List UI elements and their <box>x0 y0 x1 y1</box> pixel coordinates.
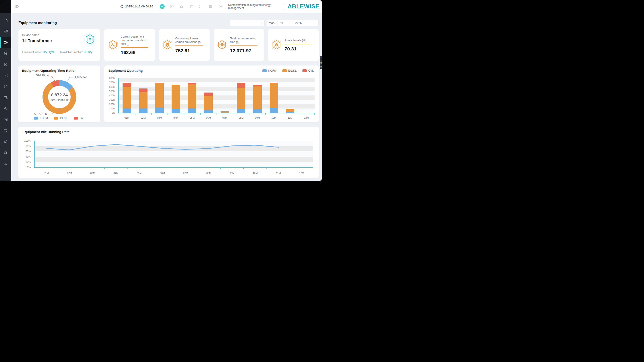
x-axis-label: 09M <box>249 116 266 119</box>
granularity-select[interactable]: Year <box>267 20 278 26</box>
bar-segment-idl-nl <box>253 86 262 109</box>
x-axis-label: 11M <box>282 116 298 119</box>
sidebar-item-home[interactable] <box>0 15 11 26</box>
axis-tick <box>58 168 58 169</box>
bar-02M <box>135 78 152 113</box>
sidebar-item-bar-growth[interactable] <box>0 136 11 147</box>
axis-tick <box>128 168 128 169</box>
edge-widget-stripe <box>320 62 322 63</box>
legend-label: OVL <box>308 69 314 72</box>
calendar-icon <box>280 21 283 25</box>
installation-location-label: Installation Location: <box>60 51 83 53</box>
legend-item-norm[interactable]: NORM <box>262 69 276 72</box>
axis-tick <box>35 168 35 169</box>
replay-icon[interactable] <box>215 4 225 9</box>
edge-widget-stripe <box>320 68 322 68</box>
axis-tick <box>81 168 82 169</box>
edge-toolbar-handle[interactable] <box>320 56 322 69</box>
line-point <box>232 145 232 146</box>
calendar-clock-icon <box>3 95 8 100</box>
axis-tick <box>135 113 135 115</box>
clock-icon <box>120 5 124 8</box>
clock-hex-icon <box>217 39 227 51</box>
sidebar-collapse-icon[interactable] <box>15 4 20 9</box>
legend-item-ovl[interactable]: OVL <box>302 69 314 72</box>
bar-growth-icon <box>3 139 8 144</box>
donut-center-label: Cum. Alarm Cnt. <box>50 98 69 102</box>
x-axis-label: 10M <box>244 172 267 174</box>
mail-icon[interactable] <box>167 4 176 9</box>
axis-tick <box>233 113 233 115</box>
edge-widget-stripe <box>320 57 322 57</box>
sidebar-item-image-wrench[interactable] <box>0 125 11 136</box>
bar-segment-norm <box>122 108 131 113</box>
sidebar-item-document-search[interactable] <box>0 114 11 125</box>
sidebar-item-alarm-siren[interactable] <box>0 158 11 169</box>
edge-widget-stripe <box>320 66 322 67</box>
stat-label: Current equipment carbon emissions (t) <box>176 37 206 44</box>
y-axis-label: 800h <box>109 77 115 79</box>
line-point <box>208 148 209 149</box>
y-axis-label: 100h <box>109 107 115 110</box>
device-select[interactable] <box>230 20 265 26</box>
donut-center-value: 6,872.24 <box>51 93 68 97</box>
legend-item-idl-nl[interactable]: IDL/NL <box>282 69 296 72</box>
edge-widget-stripe <box>320 61 322 61</box>
axis-tick <box>104 168 104 169</box>
fullscreen-icon[interactable] <box>196 4 206 9</box>
y-axis-label: 400h <box>109 94 115 97</box>
sidebar-item-hexagon-cluster[interactable] <box>0 147 11 158</box>
sidebar-item-cube[interactable] <box>0 59 11 70</box>
y-axis-label: 40% <box>26 155 30 158</box>
stat-card-standard-coal: Current equipment discounted standard co… <box>104 29 155 61</box>
accent-rule <box>284 44 312 44</box>
sidebar-item-pie-chart[interactable] <box>0 81 11 92</box>
bar-segment-ovl <box>237 83 245 88</box>
cube-icon <box>3 62 8 67</box>
bar-04M <box>168 78 184 113</box>
bar-03M <box>151 78 168 113</box>
bar-11M <box>282 78 298 113</box>
bar-segment-idl-nl <box>156 83 164 108</box>
sidebar-item-calendar-clock[interactable] <box>0 92 11 103</box>
y-axis-label: 0h <box>112 111 115 114</box>
sidebar-item-monitor-chart[interactable] <box>0 26 11 37</box>
bar-segment-idl-nl <box>122 87 131 108</box>
sidebar-item-video-camera[interactable] <box>0 37 11 48</box>
sidebar-item-hexagon-search[interactable] <box>0 48 11 59</box>
installation-location-value: B2 <box>84 50 87 54</box>
shirt-icon[interactable] <box>186 4 196 9</box>
sidebar-item-scan-target[interactable] <box>0 103 11 114</box>
callout-idl: 5,272.12h <box>34 113 47 116</box>
cube-hex-icon <box>271 39 282 51</box>
axis-tick <box>151 168 151 169</box>
idle-rate-line <box>35 141 313 167</box>
legend-swatch <box>302 69 307 72</box>
x-axis-label: 01M <box>119 116 135 119</box>
accent-rule <box>230 46 258 46</box>
legend-swatch <box>262 69 267 72</box>
x-axis-label: 01M <box>35 172 58 174</box>
stat-card-running-time: Total current running time (h) 12,371.97 <box>214 29 264 61</box>
stat-label: Total idle rate (%) <box>284 39 312 42</box>
stat-value: 162.68 <box>121 50 152 55</box>
equipment-model-value: Dry−Type <box>43 50 55 54</box>
axis-tick <box>119 113 119 115</box>
ab-badge-icon[interactable]: ab <box>206 4 215 9</box>
axis-tick <box>184 113 184 115</box>
bar-segment-norm <box>237 109 245 113</box>
svg-text:ab: ab <box>209 6 212 8</box>
bell-icon[interactable] <box>176 4 186 9</box>
system-time: 2025-11-12 09:50:36 <box>120 5 153 8</box>
brand-logo: ABLEWISE <box>285 3 322 10</box>
bar-plot-area <box>119 78 314 113</box>
axis-tick <box>197 168 198 169</box>
operating-time-ratio-card: Equipment Operating Time Ratio 6,872.24 … <box>18 66 100 122</box>
year-picker[interactable]: 2025 <box>278 20 318 26</box>
bar-07M <box>216 78 233 113</box>
ai-sparkle-icon[interactable] <box>157 4 167 9</box>
project-select[interactable]: Demonstration of integrated energy manag… <box>228 3 285 10</box>
axis-tick <box>220 168 220 169</box>
stat-value: 70.31 <box>284 46 312 52</box>
sidebar-item-invoice-yen[interactable] <box>0 70 11 81</box>
